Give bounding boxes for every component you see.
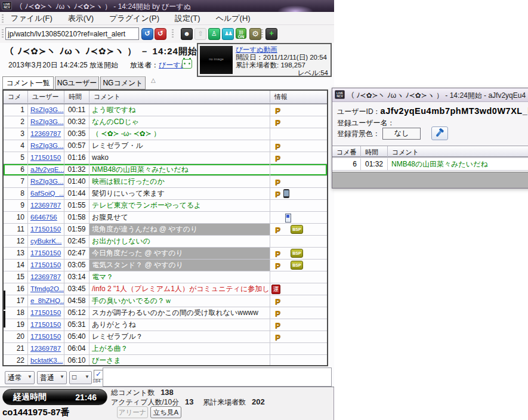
user-id-link[interactable]: 6646756: [30, 214, 57, 221]
comment-time: 05:40: [64, 331, 89, 342]
user-icon-button[interactable]: ♙: [208, 28, 220, 40]
sound-on-icon-button[interactable]: )))ON: [236, 28, 246, 39]
comment-row[interactable]: 131715015002:47今日角度だった @ やすのりPBSP: [4, 248, 327, 260]
connect-button[interactable]: ↺: [141, 28, 153, 40]
comment-row[interactable]: 141715015003:05電気スタンド？ @ やすのりPBSP: [4, 260, 327, 271]
comment-row[interactable]: 111715015001:59境角度が違うんだね @ やすのりPBSP: [4, 224, 327, 236]
menu-item[interactable]: 設定(T): [175, 13, 200, 24]
comment-time: 03:45: [64, 283, 89, 295]
menu-item[interactable]: 表示(V): [68, 13, 94, 24]
comment-number: 9: [4, 200, 28, 211]
comment-number: 12: [4, 236, 28, 247]
comment-time: 01:40: [64, 176, 89, 187]
comment-input[interactable]: [103, 368, 332, 387]
user-id-link[interactable]: RsZIg3G...: [30, 106, 64, 113]
comment-row[interactable]: 2RsZIg3G...00:32なんのCDじゃP: [4, 116, 327, 128]
comment-row[interactable]: 191715015005:31ありがとうねP: [4, 319, 327, 331]
bsp-badge: BSP: [291, 225, 303, 234]
user-id-link[interactable]: 17150150: [30, 309, 61, 316]
comment-row[interactable]: 601:32NMB48の山田菜々みたいだね: [332, 159, 528, 171]
tab-comment-list[interactable]: コメント一覧: [2, 76, 54, 89]
user-id-link[interactable]: 12369787: [30, 130, 61, 137]
col-header-num[interactable]: コメ番: [4, 91, 28, 103]
comment-row[interactable]: 17e_8hZHQ...04:58手の臭いかいでるの？ｗP: [4, 295, 327, 307]
upload-icon-button[interactable]: ⇧: [194, 28, 206, 40]
user-id-link[interactable]: 12369787: [30, 345, 61, 352]
speed-combobox[interactable]: 普通▼: [37, 371, 67, 384]
main-titlebar[interactable]: LIVENCV （ ﾉ≺✿≻ヽ ﾉωヽ ﾉ≺✿≻ヽ ） - 14:24開始 by…: [0, 0, 334, 12]
comment-row[interactable]: 16Tfmdg2O...03:45/info 2 "1人（プレミアム1人）がコミ…: [4, 283, 327, 295]
comment-row[interactable]: 201715015005:40レミゼラブル？P: [4, 331, 327, 343]
settings-wrench-button[interactable]: [431, 126, 448, 140]
user-id-link[interactable]: 17150150: [30, 249, 61, 257]
info-cell: P: [270, 140, 327, 152]
user-id-link[interactable]: Tfmdg2O...: [30, 285, 64, 292]
comment-time: 04:58: [64, 295, 89, 307]
comment-row[interactable]: 6aJfv2yqE...01:32NMB48の山田菜々みたいだね: [4, 164, 327, 176]
collapse-header-icon[interactable]: △: [151, 77, 156, 84]
add-user-icon-button[interactable]: +: [265, 28, 277, 40]
user-id-link[interactable]: RsZIg3G...: [30, 178, 64, 185]
comment-row[interactable]: 91236978701:55テレビ東京でランボーやってるよ: [4, 200, 327, 212]
comment-row[interactable]: 31236978700:35（ ≺✿≻ -ω- ≺✿≻ ）: [4, 128, 327, 140]
comment-row[interactable]: 7RsZIg3G...01:40映画は観に行ったのかP: [4, 176, 327, 188]
tab-ng-comment[interactable]: NGコメント: [100, 76, 146, 89]
premium-badge: P: [275, 153, 280, 163]
user-id-link[interactable]: 17150150: [30, 226, 61, 233]
user-id-link[interactable]: 6afSoiQ_...: [30, 190, 64, 197]
col-header-user[interactable]: ユーザーID: [28, 91, 64, 103]
toolbar-separator: [172, 29, 174, 39]
broadcast-title: （ ﾉ≺✿≻ヽ ﾉωヽ ﾉ≺✿≻ヽ ） － 14:24開始: [5, 46, 197, 57]
tab-ng-user[interactable]: NGユーザー: [55, 76, 99, 89]
user-id-link[interactable]: RsZIg3G...: [30, 118, 64, 125]
popup-titlebar[interactable]: LIVENCV （ ﾉ≺✿≻ヽ ﾉωヽ ﾉ≺✿≻ヽ ） - 14:24開始 - …: [332, 88, 528, 102]
url-input[interactable]: [5, 27, 139, 40]
disconnect-button[interactable]: ↺: [155, 28, 166, 40]
col-header-comment[interactable]: コメント: [89, 91, 270, 103]
popup-col-num: コメ番: [332, 146, 361, 158]
comment-text: wako: [89, 152, 270, 163]
menu-item[interactable]: ファイル(F): [11, 13, 53, 24]
comment-row[interactable]: 181715015005:12スカが調子わるいのかこの間の受け取れないwwwwP: [4, 307, 327, 319]
bg-color-value-box[interactable]: なし: [382, 128, 421, 140]
comment-row[interactable]: 151236978703:14電マ？: [4, 271, 327, 283]
user-id-cell: e_8hZHQ...: [28, 295, 64, 307]
size-combobox[interactable]: 通常▼: [5, 371, 35, 384]
user-id-link[interactable]: RsZIg3G...: [30, 142, 64, 149]
user-id-cell: Tfmdg2O...: [28, 283, 64, 295]
settings-icon-button[interactable]: ⚙: [249, 28, 261, 40]
viewer-icon-button[interactable]: ☻: [181, 28, 193, 40]
smartphone-icon: [283, 189, 289, 198]
col-header-time[interactable]: 時間: [64, 91, 89, 103]
info-cell: 運: [270, 283, 327, 295]
color-combobox[interactable]: □▼: [69, 371, 92, 384]
user-id-link[interactable]: 17150150: [30, 261, 61, 268]
users-icon-button[interactable]: ♟♟: [222, 28, 234, 40]
community-link[interactable]: びーすぬ動画: [236, 46, 277, 53]
col-header-info[interactable]: 情報: [270, 91, 327, 103]
comment-row[interactable]: 211236978706:04上がる曲？: [4, 343, 327, 355]
user-id-link[interactable]: aJfv2yqE...: [30, 166, 64, 173]
menu-item[interactable]: プラグイン(P): [109, 13, 159, 24]
total-comments-stat: 総コメント数138: [111, 388, 174, 398]
tachimi-button[interactable]: 立ち見A: [150, 406, 181, 418]
user-id-link[interactable]: 17150150: [30, 321, 61, 328]
comment-row[interactable]: 10664675601:58お腹見せて: [4, 212, 327, 224]
comment-row[interactable]: 1RsZIg3G...00:11よう暇ですねP: [4, 104, 327, 116]
user-id-link[interactable]: e_8hZHQ...: [30, 297, 64, 304]
comment-row[interactable]: 86afSoiQ_...01:44髪切りにいって来ますP: [4, 188, 327, 200]
comment-row[interactable]: 22bcktatK3...06:10びーさま: [4, 355, 327, 365]
comment-row[interactable]: 4RsZIg3G...00:57レミゼラブ・ルP: [4, 140, 327, 152]
menu-item[interactable]: ヘルプ(H): [216, 13, 251, 24]
comment-row[interactable]: 12cyBukrK...02:45お出かけしないの: [4, 236, 327, 248]
user-id-link[interactable]: 12369787: [30, 202, 61, 209]
arena-button[interactable]: アリーナ: [117, 406, 148, 418]
user-id-link[interactable]: cyBukrK...: [30, 237, 61, 245]
user-id-link[interactable]: bcktatK3...: [30, 357, 63, 364]
comment-row[interactable]: 51715015001:16wakoP: [4, 152, 327, 164]
user-id-link[interactable]: 12369787: [30, 273, 61, 280]
user-id-link[interactable]: 17150150: [30, 154, 61, 161]
premium-badge: P: [275, 320, 280, 331]
user-id-link[interactable]: 17150150: [30, 333, 61, 340]
comment-time: 05:31: [64, 319, 89, 331]
